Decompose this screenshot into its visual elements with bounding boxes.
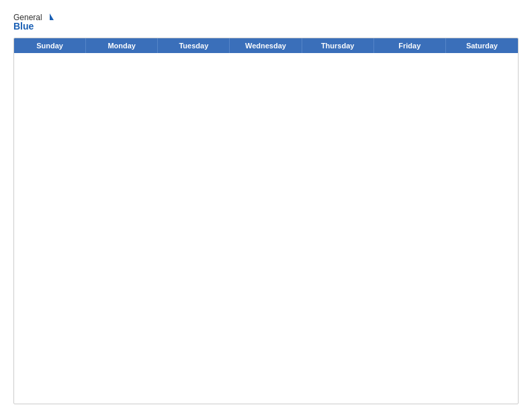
logo: General Blue [13, 11, 54, 35]
header-day-monday: Monday [86, 38, 158, 53]
header-day-tuesday: Tuesday [158, 38, 230, 53]
header-day-thursday: Thursday [302, 38, 374, 53]
svg-text:Blue: Blue [13, 21, 34, 32]
header-day-sunday: Sunday [14, 38, 86, 53]
svg-marker-2 [50, 13, 54, 20]
calendar-header: SundayMondayTuesdayWednesdayThursdayFrid… [14, 38, 518, 53]
logo-svg: General Blue [13, 11, 54, 35]
calendar-page: General Blue SundayMondayTuesdayWednesda… [0, 0, 532, 411]
header-day-saturday: Saturday [446, 38, 518, 53]
header-day-wednesday: Wednesday [230, 38, 302, 53]
header-day-friday: Friday [374, 38, 446, 53]
calendar: SundayMondayTuesdayWednesdayThursdayFrid… [13, 38, 519, 404]
page-header: General Blue [13, 11, 519, 35]
calendar-body [14, 53, 518, 404]
